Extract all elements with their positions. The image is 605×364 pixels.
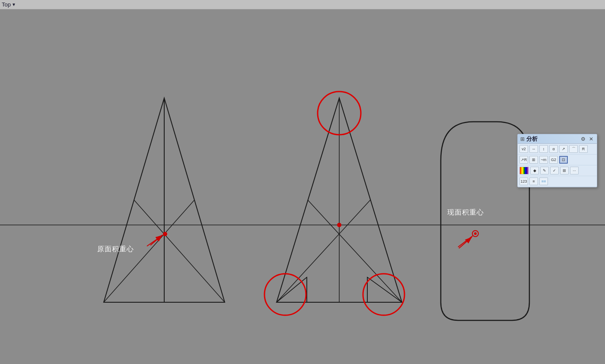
view-dropdown-arrow[interactable]: ▼	[12, 2, 16, 7]
main-canvas-svg	[0, 9, 605, 364]
svg-rect-0	[238, 191, 605, 364]
tool-pencil[interactable]: ✎	[540, 167, 549, 174]
svg-line-6	[134, 200, 225, 302]
tool-123[interactable]: 123	[519, 177, 528, 185]
panel-title-controls: ⚙ ✕	[580, 136, 594, 142]
svg-point-20	[337, 223, 341, 227]
current-centroid-label: 现面积重心	[447, 208, 484, 217]
tool-distance-h[interactable]: ↔	[529, 145, 538, 153]
tool-3d[interactable]: ◆	[530, 167, 539, 174]
tool-arc[interactable]: ⌒	[569, 145, 578, 153]
tool-distance-v[interactable]: ↕	[539, 145, 548, 153]
tool-check[interactable]: ✓	[550, 167, 559, 174]
panel-gear-button[interactable]: ⚙	[580, 136, 586, 142]
svg-point-25	[474, 232, 477, 235]
panel-close-button[interactable]: ✕	[588, 136, 594, 142]
panel-toolbar-row-3: ◆ ✎ ✓ ⊞ ···	[518, 165, 597, 176]
tool-lines[interactable]: ≡	[529, 177, 538, 185]
tool-wave[interactable]: ~m	[539, 156, 548, 164]
tool-pattern[interactable]: ⊞	[560, 167, 569, 174]
tool-color[interactable]	[519, 167, 529, 174]
tool-dots[interactable]: ···	[570, 167, 579, 174]
tool-g2[interactable]: G2	[549, 156, 558, 164]
tool-r2[interactable]: ↗R	[519, 156, 528, 164]
analysis-panel: ⊞ 分析 ⚙ ✕ v2 ↔ ↕ α ↗ ⌒ R ↗R ⊞ ~m G2 ⊡	[517, 134, 597, 187]
view-label[interactable]: Top	[2, 1, 11, 8]
tool-angle[interactable]: α	[549, 145, 558, 153]
panel-title-bar: ⊞ 分析 ⚙ ✕	[518, 134, 597, 144]
tool-grid[interactable]: ⊞	[529, 156, 538, 164]
svg-point-8	[163, 232, 167, 236]
tool-slope[interactable]: ↗	[559, 145, 568, 153]
tool-table[interactable]: ≡≡	[539, 177, 548, 185]
panel-title-left: ⊞ 分析	[520, 135, 538, 143]
top-bar: Top ▼	[0, 0, 605, 9]
panel-icon: ⊞	[520, 136, 525, 142]
panel-toolbar-row-1: v2 ↔ ↕ α ↗ ⌒ R	[518, 144, 597, 155]
original-centroid-label: 原面积重心	[97, 245, 134, 254]
panel-toolbar-row-4: 123 ≡ ≡≡	[518, 176, 597, 187]
panel-toolbar-row-2: ↗R ⊞ ~m G2 ⊡	[518, 155, 597, 165]
tool-area[interactable]: ⊡	[559, 156, 568, 164]
tool-measurement[interactable]: v2	[519, 145, 528, 153]
svg-line-28	[150, 235, 162, 245]
canvas-area: 原面积重心 现面积重心 ⊞ 分析 ⚙ ✕ v2 ↔ ↕ α ↗ ⌒ R ↗R ⊞	[0, 9, 605, 364]
panel-title-text: 分析	[526, 135, 538, 143]
tool-radius[interactable]: R	[579, 145, 588, 153]
